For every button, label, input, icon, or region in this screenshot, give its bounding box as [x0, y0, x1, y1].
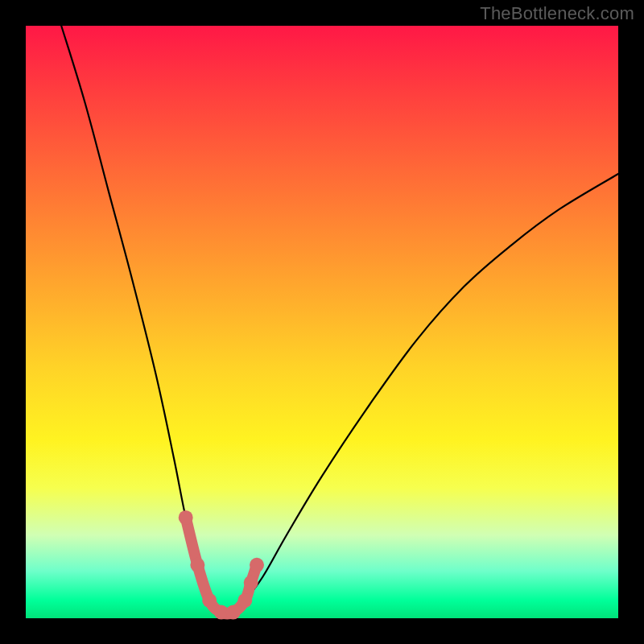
highlight-dot: [250, 558, 264, 572]
highlight-dot: [202, 593, 217, 608]
bottleneck-curve: [61, 26, 618, 614]
plot-area: [26, 26, 618, 618]
curve-layer: [26, 26, 618, 618]
chart-frame: TheBottleneck.com: [0, 0, 644, 644]
highlight-dot: [237, 593, 252, 608]
watermark-text: TheBottleneck.com: [480, 3, 634, 24]
highlight-dot: [190, 558, 204, 572]
highlight-dot: [179, 510, 193, 525]
highlight-dot: [244, 576, 258, 590]
highlight-dot: [226, 605, 241, 620]
